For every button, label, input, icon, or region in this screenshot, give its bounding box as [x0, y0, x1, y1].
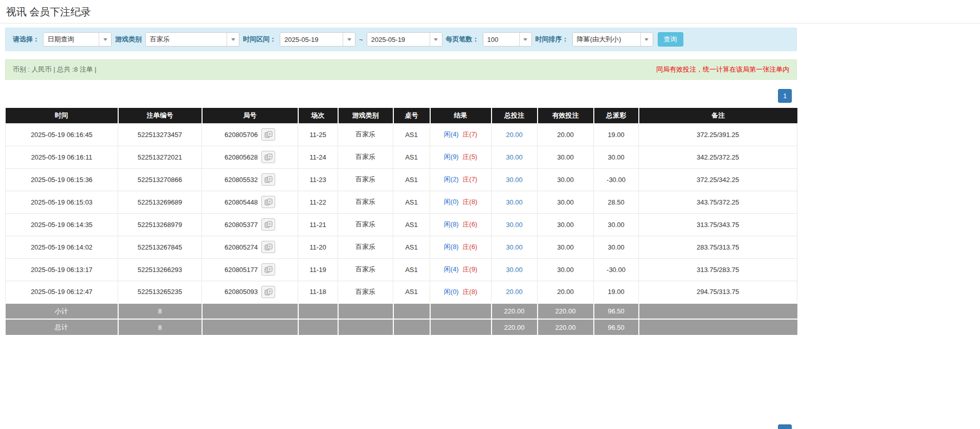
- total-count: 8: [118, 319, 202, 335]
- total-bet-link[interactable]: 30.00: [506, 176, 523, 184]
- query-type-input[interactable]: [43, 33, 99, 46]
- date-to-input[interactable]: [367, 33, 430, 46]
- total-valid-bet: 220.00: [538, 319, 594, 335]
- cell-result: 闲(4) 庄(7): [430, 123, 492, 146]
- game-result-icon: [264, 266, 273, 273]
- caret-down-icon: [231, 38, 235, 41]
- subtotal-row: 小计 8 220.00 220.00 96.50: [6, 303, 797, 319]
- game-result-icon: [264, 288, 273, 296]
- table-row: 2025-05-19 06:16:11 522513272021 6208056…: [6, 146, 797, 168]
- round-id-text: 620805377: [225, 221, 258, 229]
- page-1-button[interactable]: 1: [778, 89, 792, 103]
- cell-note: 313.75/283.75: [639, 258, 797, 281]
- cell-game-type: 百家乐: [338, 258, 393, 281]
- player-result: 闲(0): [444, 198, 459, 206]
- total-bet-link[interactable]: 30.00: [506, 266, 523, 274]
- round-id-text: 620805448: [225, 198, 258, 206]
- page-size-caret-button[interactable]: [519, 33, 531, 46]
- round-id-text: 620805093: [225, 288, 258, 296]
- round-id-text: 620805532: [225, 176, 258, 184]
- cell-session: 11-18: [298, 281, 338, 303]
- cell-payout: 19.00: [594, 281, 639, 303]
- round-id-text: 620805706: [225, 131, 258, 139]
- table-row: 2025-05-19 06:15:03 522513269689 6208054…: [6, 191, 797, 213]
- view-round-result-button[interactable]: [261, 151, 275, 163]
- query-type-combo: [43, 32, 112, 47]
- game-type-input[interactable]: [146, 33, 227, 46]
- total-empty: [338, 319, 393, 335]
- cell-valid-bet: 20.00: [538, 281, 594, 303]
- total-bet-link[interactable]: 30.00: [506, 221, 523, 229]
- caret-down-icon: [523, 38, 527, 41]
- cell-bet-id: 522513266293: [118, 258, 202, 281]
- page-size-input[interactable]: [483, 33, 519, 46]
- date-from-caret-button[interactable]: [343, 33, 355, 46]
- banker-result: 庄(8): [462, 198, 477, 206]
- cell-table-no: AS1: [393, 213, 430, 236]
- table-foot: 小计 8 220.00 220.00 96.50 总计 8 2: [6, 303, 797, 335]
- banker-result: 庄(6): [462, 220, 477, 228]
- cell-round-id: 620805177: [202, 258, 298, 281]
- column-header: 结果: [430, 108, 492, 123]
- total-bet-link[interactable]: 20.00: [506, 288, 523, 296]
- cell-round-id: 620805377: [202, 213, 298, 236]
- round-id-text: 620805177: [225, 266, 258, 274]
- cell-time: 2025-05-19 06:14:35: [6, 213, 118, 236]
- cell-total-bet: 30.00: [492, 258, 538, 281]
- cell-game-type: 百家乐: [338, 168, 393, 191]
- pagination-top: 1: [0, 89, 797, 103]
- query-type-caret-button[interactable]: [99, 33, 111, 46]
- view-round-result-button[interactable]: [261, 241, 275, 253]
- cell-table-no: AS1: [393, 258, 430, 281]
- sort-input[interactable]: [573, 33, 640, 46]
- view-round-result-button[interactable]: [261, 196, 275, 208]
- cell-session: 11-20: [298, 236, 338, 258]
- game-result-icon: [264, 131, 273, 138]
- subtotal-total-bet: 220.00: [492, 303, 538, 319]
- cell-total-bet: 30.00: [492, 236, 538, 258]
- betting-records-table: 时间注单编号局号场次游戏类别桌号结果总投注有效投注总派彩备注 2025-05-1…: [5, 108, 797, 335]
- cell-bet-id: 522513270866: [118, 168, 202, 191]
- sort-caret-button[interactable]: [640, 33, 653, 46]
- column-header: 时间: [6, 108, 118, 123]
- date-to-caret-button[interactable]: [430, 33, 442, 46]
- column-header: 总派彩: [594, 108, 639, 123]
- total-bet-link[interactable]: 30.00: [506, 243, 523, 251]
- cell-valid-bet: 30.00: [538, 191, 594, 213]
- cell-time: 2025-05-19 06:14:02: [6, 236, 118, 258]
- page-1-button-bottom[interactable]: 1: [778, 424, 792, 429]
- view-round-result-button[interactable]: [261, 263, 275, 276]
- player-result: 闲(8): [444, 220, 459, 228]
- total-bet-link[interactable]: 30.00: [506, 153, 523, 161]
- cell-total-bet: 30.00: [492, 168, 538, 191]
- cell-payout: 19.00: [594, 123, 639, 146]
- view-round-result-button[interactable]: [261, 286, 275, 298]
- cell-bet-id: 522513269689: [118, 191, 202, 213]
- cell-total-bet: 30.00: [492, 213, 538, 236]
- total-bet-link[interactable]: 20.00: [506, 131, 523, 139]
- time-range-label: 时间区间：: [243, 35, 276, 44]
- cell-time: 2025-05-19 06:16:11: [6, 146, 118, 168]
- total-empty: [298, 319, 338, 335]
- game-type-caret-button[interactable]: [227, 33, 239, 46]
- view-round-result-button[interactable]: [261, 128, 275, 141]
- subtotal-empty: [639, 303, 797, 319]
- view-round-result-button[interactable]: [261, 173, 275, 186]
- game-type-label: 游戏类别: [115, 35, 142, 44]
- cell-bet-id: 522513272021: [118, 146, 202, 168]
- date-from-input[interactable]: [280, 33, 343, 46]
- table-row: 2025-05-19 06:13:17 522513266293 6208051…: [6, 258, 797, 281]
- filter-bar: 请选择： 游戏类别 时间区间： ~ 每页笔数： 时间排序：: [5, 28, 797, 51]
- valid-bet-notice: 同局有效投注，统一计算在该局第一张注单内: [656, 65, 789, 74]
- total-bet-link[interactable]: 30.00: [506, 198, 523, 206]
- search-button[interactable]: 查询: [658, 32, 683, 47]
- cell-result: 闲(4) 庄(9): [430, 258, 492, 281]
- column-header: 场次: [298, 108, 338, 123]
- cell-total-bet: 30.00: [492, 146, 538, 168]
- cell-game-type: 百家乐: [338, 191, 393, 213]
- view-round-result-button[interactable]: [261, 218, 275, 231]
- player-result: 闲(8): [444, 243, 459, 251]
- cell-total-bet: 30.00: [492, 191, 538, 213]
- cell-result: 闲(8) 庄(6): [430, 213, 492, 236]
- subtotal-empty: [338, 303, 393, 319]
